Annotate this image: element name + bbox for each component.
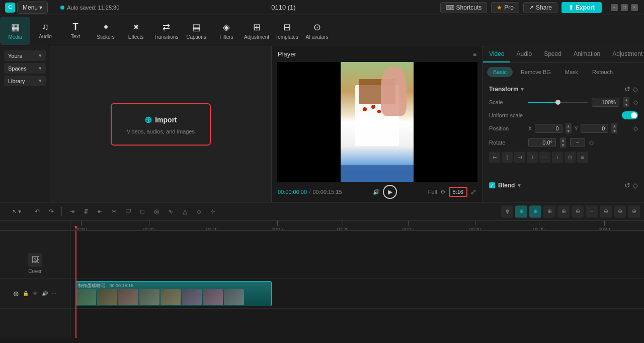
scale-slider[interactable]	[528, 102, 588, 103]
zoom-in-button[interactable]: ⊕	[600, 205, 612, 218]
track-lock-icon[interactable]: 🔒	[22, 290, 30, 298]
tab-speed[interactable]: Speed	[538, 46, 568, 62]
select-tool-button[interactable]: ↖ ▾	[4, 205, 29, 218]
tool-captions[interactable]: ▤ Captions	[181, 17, 211, 45]
share-button[interactable]: ↗ Share	[523, 2, 557, 13]
volume-icon[interactable]: 🔊	[373, 189, 380, 195]
track-audio-icon[interactable]: 🔊	[41, 290, 49, 298]
import-button[interactable]: ⊕ Import Videos, audios, and images	[111, 103, 211, 146]
rotate-down-button[interactable]: ▼	[560, 143, 566, 148]
delete-button[interactable]: ✂	[108, 205, 120, 218]
spaces-dropdown[interactable]: Spaces ▾	[4, 63, 46, 74]
x-up-button[interactable]: ▲	[566, 123, 572, 128]
library-dropdown[interactable]: Library ▾	[4, 76, 46, 86]
audio-button[interactable]: ∿	[165, 205, 177, 218]
scale-value[interactable]: 100%	[592, 98, 619, 107]
sub-tab-basic[interactable]: Basic	[487, 67, 513, 77]
track-more-icon[interactable]: ···	[50, 290, 58, 298]
rotate-up-button[interactable]: ▲	[560, 138, 566, 143]
sub-tab-retouch[interactable]: Retouch	[586, 67, 619, 77]
y-up-button[interactable]: ▲	[611, 123, 617, 128]
blend-checkbox[interactable]: ✓	[489, 182, 495, 188]
zoom-button[interactable]: ⤢	[470, 188, 476, 196]
minus-button[interactable]: −	[586, 205, 598, 218]
tab-video[interactable]: Video	[483, 46, 510, 62]
menu-button[interactable]: Menu ▾	[17, 2, 48, 14]
yours-dropdown[interactable]: Yours ▾	[4, 50, 46, 61]
tool-stickers[interactable]: ✦ Stickers	[91, 17, 121, 45]
split-all-button[interactable]: ⇵	[80, 205, 92, 218]
scale-up-button[interactable]: ▲	[623, 97, 629, 102]
align-left-button[interactable]: ⊢	[489, 152, 500, 163]
position-keyframe-button[interactable]: ◇	[633, 125, 638, 132]
y-input[interactable]: 0	[581, 124, 608, 133]
x-input[interactable]: 0	[535, 124, 562, 133]
tool-effects[interactable]: ✷ Effects	[121, 17, 151, 45]
effect-button[interactable]: ◇	[193, 205, 205, 218]
scale-track[interactable]	[528, 102, 588, 103]
tool-transitions[interactable]: ⇄ Transitions	[151, 17, 181, 45]
timeline-scroll-area[interactable]: 00:00 00:05 00:10 00:15 00:20 00:25 00:3…	[70, 221, 644, 338]
add-track1-button[interactable]: ⊕	[515, 205, 527, 218]
shortcuts-button[interactable]: ⌨ Shortcuts	[440, 2, 488, 13]
track-add-icon[interactable]: ⊕	[12, 290, 20, 298]
play-button[interactable]: ▶	[383, 185, 397, 199]
tool-text[interactable]: T Text	[60, 17, 91, 45]
crop-button[interactable]: 🛡	[122, 205, 134, 218]
keyframe-transform-button[interactable]: ◇	[632, 85, 638, 93]
align-fill-button[interactable]: ⊡	[565, 152, 576, 163]
align-track-button[interactable]: ⊕	[572, 205, 584, 218]
scale-thumb[interactable]	[555, 100, 560, 105]
tab-audio[interactable]: Audio	[510, 46, 538, 62]
redo-button[interactable]: ↷	[45, 205, 57, 218]
align-right-button[interactable]: ⊣	[514, 152, 525, 163]
mirror-button[interactable]: ◎	[150, 205, 163, 218]
tool-adjustment[interactable]: ⊞ Adjustment	[242, 17, 272, 45]
align-center-v-button[interactable]: —	[539, 152, 550, 163]
uniform-scale-toggle[interactable]	[622, 111, 638, 119]
reset-blend-button[interactable]: ↺	[624, 181, 630, 189]
align-center-h-button[interactable]: |	[502, 152, 513, 163]
split-keep-button[interactable]: ⇤	[94, 205, 106, 218]
sub-tab-remove-bg[interactable]: Remove BG	[515, 67, 557, 77]
reset-transform-button[interactable]: ↺	[624, 85, 630, 93]
maximize-button[interactable]: □	[621, 4, 628, 11]
tool-filters[interactable]: ◈ Filters	[211, 17, 242, 45]
close-button[interactable]: ×	[631, 4, 638, 11]
split-button[interactable]: ⇥	[66, 205, 78, 218]
keyframe-blend-button[interactable]: ◇	[632, 181, 638, 189]
scale-down-button[interactable]: ▼	[623, 102, 629, 107]
add-track3-button[interactable]: ⊕	[543, 205, 555, 218]
y-down-button[interactable]: ▼	[611, 128, 617, 133]
video-clip[interactable]: 制作蛋糕特写 00:00:15:15	[75, 281, 272, 306]
rotate-input[interactable]: 0.0°	[528, 138, 556, 147]
blend-collapse-icon[interactable]: ▾	[518, 182, 521, 189]
track-eye-icon[interactable]: 👁	[31, 290, 39, 298]
transform-collapse-icon[interactable]: ▾	[521, 86, 524, 93]
mic-button[interactable]: 🎙	[501, 205, 513, 218]
minimize-button[interactable]: −	[611, 4, 618, 11]
rotate-keyframe-button[interactable]: ◇	[589, 139, 594, 146]
tool-media[interactable]: ▦ Media	[0, 17, 30, 45]
tab-adjustment[interactable]: Adjustment	[606, 46, 644, 62]
text-button[interactable]: △	[179, 205, 191, 218]
scale-keyframe-button[interactable]: ◇	[633, 99, 638, 106]
tool-audio[interactable]: ♫ Audio	[30, 17, 60, 45]
x-down-button[interactable]: ▼	[566, 128, 572, 133]
fit-button[interactable]: ⊕	[628, 205, 640, 218]
align-top-button[interactable]: ⊤	[527, 152, 538, 163]
freeze-button[interactable]: □	[136, 205, 148, 218]
adjust-button[interactable]: ⊹	[207, 205, 219, 218]
align-bottom-button[interactable]: ⊥	[552, 152, 563, 163]
export-button[interactable]: ⬆ Export	[561, 2, 602, 13]
split-track-button[interactable]: ⊕	[557, 205, 570, 218]
player-menu-button[interactable]: ≡	[473, 51, 476, 58]
add-track2-button[interactable]: ⊕	[529, 205, 541, 218]
tool-templates[interactable]: ⊟ Templates	[272, 17, 302, 45]
timeline-scrollbar[interactable]	[0, 338, 644, 343]
undo-button[interactable]: ↶	[31, 205, 43, 218]
tool-ai-avatars[interactable]: ⊙ AI avatars	[302, 17, 332, 45]
settings-icon[interactable]: ⚙	[440, 188, 446, 195]
tab-animation[interactable]: Animation	[568, 46, 606, 62]
zoom-out-button[interactable]: ⊕	[614, 205, 626, 218]
